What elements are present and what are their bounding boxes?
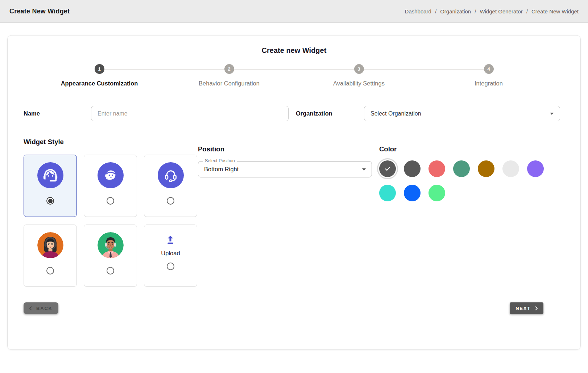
color-swatch-blue[interactable] [404,185,421,201]
chevron-right-icon [534,306,539,311]
chevron-down-icon [550,113,554,115]
widget-style-option-female-avatar[interactable] [24,225,77,287]
step-connector [294,69,354,70]
position-heading: Position [198,145,379,153]
color-heading: Color [379,145,572,153]
color-swatches [379,160,553,201]
color-swatch-brown[interactable] [478,160,494,177]
color-swatch-turquoise[interactable] [379,185,396,201]
chevron-left-icon [28,306,33,311]
chevron-down-icon [362,168,366,171]
name-label: Name [24,110,91,117]
name-input[interactable] [91,106,289,121]
widget-style-option-male-avatar[interactable] [84,225,137,287]
widget-style-heading: Widget Style [24,138,198,146]
breadcrumb: Dashboard / Organization / Widget Genera… [405,8,579,14]
check-icon [384,165,392,173]
radio-selected-icon[interactable] [46,197,54,205]
stepper-step-integration[interactable]: 4 Integration [424,64,554,87]
stepper: 1 Appearance Customization 2 Behavior Co… [34,64,554,87]
step-number-badge: 3 [354,64,364,74]
radio-unselected-icon[interactable] [167,197,174,205]
wizard-actions: BACK NEXT [16,302,572,314]
step-label: Behavior Configuration [199,80,260,87]
stepper-step-appearance[interactable]: 1 Appearance Customization [34,64,164,87]
widget-style-option-headset[interactable] [144,155,197,217]
organization-label: Organization [296,110,364,117]
radio-unselected-icon[interactable] [167,263,174,270]
upload-label: Upload [161,250,180,257]
step-connector [104,69,165,70]
step-label: Integration [475,80,503,87]
top-bar: Create New Widget Dashboard / Organizati… [0,0,588,23]
organization-select[interactable]: Select Organization [364,106,560,121]
breadcrumb-separator: / [475,8,476,14]
radio-unselected-icon[interactable] [107,267,114,274]
support-agent-icon [37,162,63,188]
name-organization-row: Name Organization Select Organization [24,106,572,121]
color-swatch-red[interactable] [428,160,445,177]
step-number-badge: 2 [224,64,234,74]
organization-select-value: Select Organization [370,110,421,117]
widget-style-option-support-agent[interactable] [24,155,77,217]
position-select[interactable]: Select Position Bottom Right [198,161,372,177]
card-title: Create new Widget [16,46,572,55]
step-label: Availability Settings [333,80,385,87]
upload-icon: Upload [161,232,180,258]
step-connector [424,69,484,70]
breadcrumb-separator: / [435,8,436,14]
breadcrumb-item-create-new-widget: Create New Widget [531,8,579,14]
stepper-step-behavior[interactable]: 2 Behavior Configuration [164,64,294,87]
create-widget-card: Create new Widget 1 Appearance Customiza… [7,35,581,350]
step-connector [364,69,424,70]
step-number-badge: 4 [484,64,494,74]
breadcrumb-item-dashboard[interactable]: Dashboard [405,8,431,14]
page-title: Create New Widget [9,8,70,15]
radio-unselected-icon[interactable] [46,267,54,274]
back-button[interactable]: BACK [24,302,58,314]
headset-mic-icon [158,162,184,188]
color-swatch-light-gray[interactable] [502,160,519,177]
step-connector [234,69,294,70]
stepper-step-availability[interactable]: 3 Availability Settings [294,64,424,87]
agent-face-icon [98,162,124,188]
radio-unselected-icon[interactable] [107,197,114,205]
breadcrumb-item-widget-generator[interactable]: Widget Generator [480,8,522,14]
next-button[interactable]: NEXT [510,302,543,314]
color-swatch-dark-gray[interactable] [404,160,421,177]
color-swatch-purple[interactable] [527,160,544,177]
color-swatch-dark-gray-selected[interactable] [379,160,396,177]
widget-style-option-agent-face[interactable] [84,155,137,217]
step-number-badge: 1 [95,64,104,74]
content-row: Widget Style [16,138,572,287]
male-agent-avatar [98,232,124,258]
female-agent-avatar [37,232,63,258]
widget-style-grid: Upload [24,155,198,287]
color-swatch-spring-green[interactable] [428,185,445,201]
widget-style-option-upload[interactable]: Upload [144,225,197,287]
step-connector [164,69,224,70]
breadcrumb-separator: / [526,8,528,14]
position-select-value: Bottom Right [204,166,239,173]
color-swatch-green[interactable] [453,160,470,177]
breadcrumb-item-organization[interactable]: Organization [440,8,471,14]
step-label: Appearance Customization [61,80,138,87]
position-select-label: Select Position [203,158,237,163]
